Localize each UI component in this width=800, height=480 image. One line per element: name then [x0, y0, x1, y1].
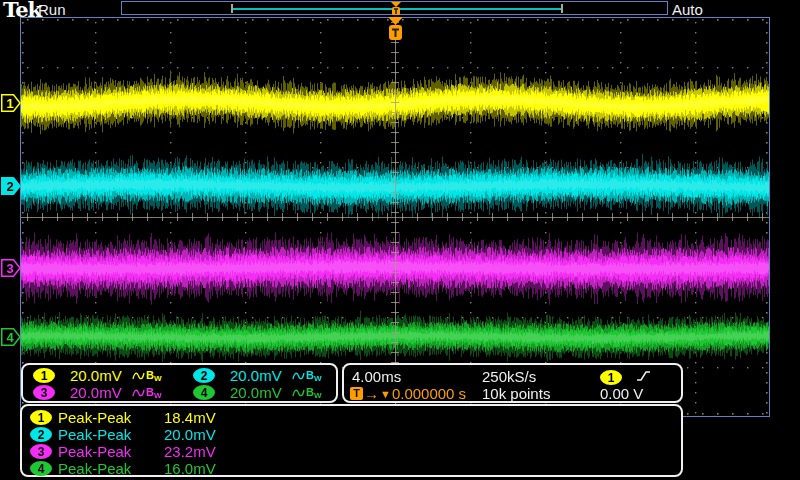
measurement-name: Peak-Peak: [58, 426, 131, 443]
channel-2-scale: 20.0mV: [230, 367, 292, 384]
measurement-panel: 1 Peak-Peak 18.4mV 2 Peak-Peak 20.0mV 3 …: [20, 404, 683, 477]
channel-3-scale: 20.0mV: [70, 384, 132, 401]
channel-1-badge: 1: [33, 368, 55, 383]
record-window-right-bracket: [561, 4, 563, 13]
trigger-slope-rising-icon: [636, 369, 652, 383]
measurement-row-ch1: 1 Peak-Peak 18.4mV: [22, 409, 681, 426]
channel-3-readout[interactable]: 3 20.0mV BW: [27, 384, 162, 401]
channel-3-badge: 3: [30, 444, 52, 459]
svg-text:2: 2: [7, 179, 14, 194]
measurement-value: 23.2mV: [164, 443, 216, 460]
trigger-position-icon[interactable]: [390, 2, 402, 15]
measurement-value: 16.0mV: [164, 460, 216, 477]
channel-1-badge: 1: [30, 410, 52, 425]
trigger-position-marker[interactable]: T: [387, 17, 404, 43]
measurement-row-ch3: 3 Peak-Peak 23.2mV: [22, 443, 681, 460]
bandwidth-limit-icon: B: [146, 386, 154, 398]
channel-2-position-marker[interactable]: 2: [1, 177, 21, 195]
measurement-value: 18.4mV: [164, 409, 216, 426]
acquisition-status: Run: [38, 1, 66, 18]
record-view-bar: [121, 1, 668, 15]
channel-1-scale: 20.0mV: [70, 367, 132, 384]
channel-4-badge: 4: [30, 461, 52, 476]
measurement-name: Peak-Peak: [58, 443, 131, 460]
arrow-right-icon: →: [364, 385, 379, 402]
trigger-level-value: 0.00 V: [600, 386, 643, 402]
channel-1-position-marker[interactable]: 1: [1, 94, 21, 112]
trigger-level-marker[interactable]: [756, 100, 770, 113]
channel-4-coupling: BW: [292, 386, 322, 400]
trigger-position-readout: T→▼0.000000 s: [350, 386, 466, 401]
channel-3-coupling: BW: [132, 386, 162, 400]
record-length: 10k points: [482, 386, 550, 402]
triangle-down-icon: ▼: [380, 388, 391, 400]
ac-coupling-icon: [132, 370, 145, 382]
measurement-row-ch2: 2 Peak-Peak 20.0mV: [22, 426, 681, 443]
channel-4-readout[interactable]: 4 20.0mV BW: [187, 384, 322, 401]
trigger-t-icon: T: [350, 387, 363, 400]
measurement-value: 20.0mV: [164, 426, 216, 443]
channel-4-position-marker[interactable]: 4: [1, 328, 21, 346]
measurement-name: Peak-Peak: [58, 409, 131, 426]
trigger-source-badge: 1: [600, 370, 622, 385]
trigger-mode-label: Auto: [672, 1, 703, 18]
bandwidth-limit-icon: B: [146, 369, 154, 381]
channel-2-coupling: BW: [292, 369, 322, 383]
channel-1-coupling: BW: [132, 369, 162, 383]
channel-2-badge: 2: [30, 427, 52, 442]
record-window-left-bracket: [231, 4, 233, 13]
measurement-row-ch4: 4 Peak-Peak 16.0mV: [22, 460, 681, 477]
svg-text:3: 3: [7, 261, 14, 276]
ac-coupling-icon: [132, 387, 145, 399]
channel-3-position-marker[interactable]: 3: [1, 259, 21, 277]
channel-2-badge: 2: [193, 368, 215, 383]
svg-text:1: 1: [7, 96, 14, 111]
svg-text:4: 4: [7, 330, 15, 345]
bandwidth-limit-icon: B: [306, 386, 314, 398]
bandwidth-limit-icon: B: [306, 369, 314, 381]
channel-3-badge: 3: [33, 385, 55, 400]
channel-readout-panel: 1 20.0mV BW 2 20.0mV BW 3 20.0mV BW 4 20…: [21, 363, 338, 403]
waveform-display: [20, 17, 770, 417]
trigger-position-value: 0.000000 s: [392, 385, 466, 402]
sample-rate: 250kS/s: [482, 369, 536, 385]
horizontal-trigger-panel: 4.00ms 250kS/s 1 T→▼0.000000 s 10k point…: [342, 363, 683, 403]
ac-coupling-icon: [292, 387, 305, 399]
channel-1-readout[interactable]: 1 20.0mV BW: [27, 367, 162, 384]
measurement-name: Peak-Peak: [58, 460, 131, 477]
horizontal-scale: 4.00ms: [352, 369, 401, 385]
ac-coupling-icon: [292, 370, 305, 382]
channel-4-scale: 20.0mV: [230, 384, 292, 401]
channel-4-badge: 4: [193, 385, 215, 400]
channel-2-readout[interactable]: 2 20.0mV BW: [187, 367, 322, 384]
